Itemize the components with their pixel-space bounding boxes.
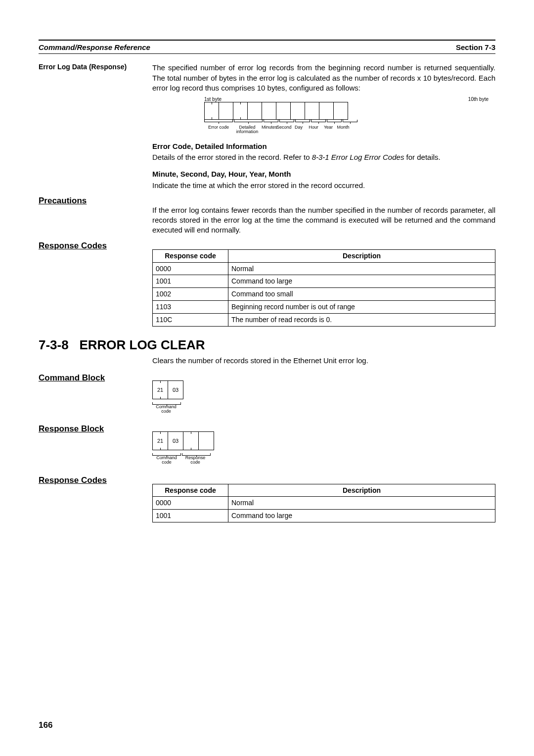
response-block-content: 21 03 Command code Response code: [152, 424, 495, 465]
resp-b3: [183, 432, 199, 450]
command-code-label: Command code: [152, 405, 180, 414]
sidebar-error-log-data: Error Log Data (Response): [39, 63, 152, 190]
text-error-code-detail: Details of the error stored in the recor…: [152, 152, 495, 162]
rc1-r4c1: 110C: [153, 314, 228, 327]
cmd-b1: 21: [153, 381, 168, 399]
command-block-box: 21 03: [152, 380, 183, 399]
table-row: 1001Command too large: [153, 275, 495, 288]
table-row: 1103Beginning record number is out of ra…: [153, 301, 495, 314]
sidebar-response-codes-1: Response Codes: [39, 240, 152, 327]
subhead-time-fields: Minute, Second, Day, Hour, Year, Month: [152, 169, 495, 179]
rc2-r0c1: 0000: [153, 497, 228, 510]
resp-b2: 03: [168, 432, 183, 450]
response-resp-code-label: Response code: [181, 456, 210, 465]
rc1-r3c2: Beginning record number is out of range: [228, 301, 495, 314]
response-codes-2-content: Response code Description 0000Normal 100…: [152, 475, 495, 523]
sidebar-response-codes-2: Response Codes: [39, 475, 152, 523]
byte-table: [204, 102, 348, 120]
byte-diagram: 1st byte 10th byte: [152, 102, 495, 120]
error-log-paragraph: The specified number of error log record…: [152, 63, 495, 93]
rc1-r2c2: Command too small: [228, 288, 495, 301]
sidebar-precautions: Precautions: [39, 195, 152, 236]
brace-row: [152, 120, 495, 122]
section-title: ERROR LOG CLEAR: [79, 337, 205, 352]
response-codes-table-1: Response code Description 0000Normal 100…: [152, 249, 495, 327]
resp-b1: 21: [153, 432, 168, 450]
label-month: Month: [336, 125, 351, 135]
section-heading-7-3-8: 7-3-8 ERROR LOG CLEAR: [39, 336, 495, 354]
subhead-error-code: Error Code, Detailed Information: [152, 142, 495, 151]
table-row: 0000Normal: [153, 497, 495, 510]
text-time-fields: Indicate the time at which the error sto…: [152, 181, 495, 190]
resp-b4: [199, 432, 214, 450]
rc1-h1: Response code: [153, 249, 228, 262]
label-detailed-info: Detailed information: [233, 125, 262, 135]
header-left: Command/Response Reference: [39, 43, 150, 52]
precautions-body: If the error log contains fewer records …: [152, 205, 495, 236]
rc1-r2c1: 1002: [153, 288, 228, 301]
precautions-text: If the error log contains fewer records …: [152, 195, 495, 236]
table-row: 1002Command too small: [153, 288, 495, 301]
rc2-r1c2: Command too large: [228, 510, 495, 522]
rc1-r1c1: 1001: [153, 275, 228, 288]
label-error-code: Error code: [204, 125, 233, 135]
rc2-h1: Response code: [153, 484, 228, 497]
rc1-r0c1: 0000: [153, 262, 228, 275]
command-block-content: 21 03 Command code: [152, 373, 495, 414]
rc2-h2: Description: [228, 484, 495, 497]
rc2-r0c2: Normal: [228, 497, 495, 510]
rc1-h2: Description: [228, 249, 495, 262]
label-1st-byte: 1st byte: [204, 96, 222, 103]
label-10th-byte: 10th byte: [468, 96, 489, 103]
label-hour: Hour: [306, 125, 321, 135]
section-number: 7-3-8: [39, 337, 69, 352]
sub1-ref: 8-3-1 Error Log Error Codes: [312, 153, 404, 161]
brace-labels: Error code Detailed information Minutes …: [152, 125, 495, 135]
label-minutes: Minutes: [262, 125, 276, 135]
sub1-pre: Details of the error stored in the recor…: [152, 153, 312, 161]
rc2-r1c1: 1001: [153, 510, 228, 522]
sidebar-empty: [39, 356, 152, 366]
section-intro: Clears the number of records stored in t…: [152, 356, 495, 366]
rc1-r0c2: Normal: [228, 262, 495, 275]
label-day: Day: [291, 125, 306, 135]
label-year: Year: [321, 125, 336, 135]
table-row: 110CThe number of read records is 0.: [153, 314, 495, 327]
response-block-box: 21 03: [152, 431, 214, 450]
rc1-r4c2: The number of read records is 0.: [228, 314, 495, 327]
rc1-r1c2: Command too large: [228, 275, 495, 288]
response-codes-table-2: Response code Description 0000Normal 100…: [152, 484, 495, 523]
sidebar-command-block: Command Block: [39, 373, 152, 414]
table-row: 0000Normal: [153, 262, 495, 275]
page-number: 166: [39, 720, 52, 731]
page-header: Command/Response Reference Section 7-3: [39, 40, 495, 54]
sub1-post: for details.: [404, 153, 440, 161]
table-row: 1001Command too large: [153, 510, 495, 522]
cmd-b2: 03: [168, 381, 183, 399]
rc1-r3c1: 1103: [153, 301, 228, 314]
header-right: Section 7-3: [456, 43, 495, 52]
sidebar-response-block: Response Block: [39, 424, 152, 465]
error-log-data-content: The specified number of error log record…: [152, 63, 495, 190]
label-second: Second: [276, 125, 291, 135]
response-codes-1-content: Response code Description 0000Normal 100…: [152, 240, 495, 327]
